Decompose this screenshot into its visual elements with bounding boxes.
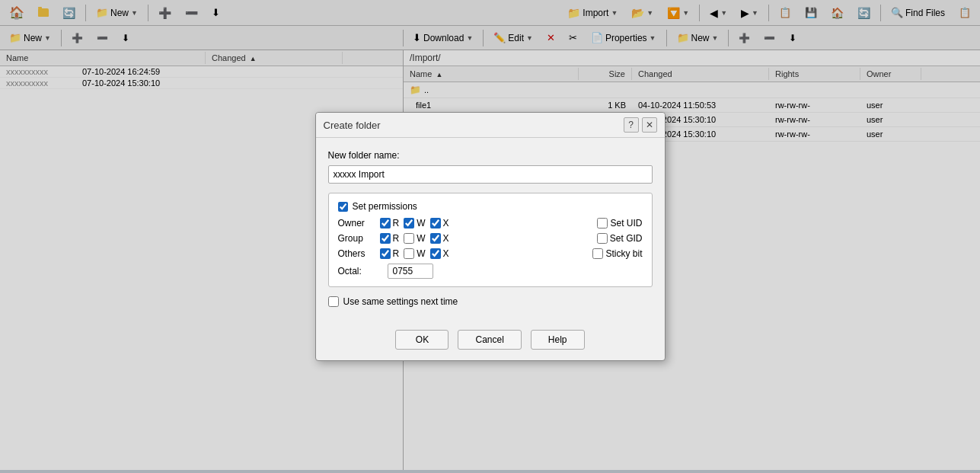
attributes-group: Set permissions Owner R W X (328, 193, 653, 287)
owner-w-checkbox[interactable] (404, 218, 414, 229)
group-w-item: W (404, 233, 425, 244)
dialog-title-buttons: ? ✕ (624, 117, 657, 133)
group-checks: R W X (380, 233, 597, 244)
others-side: Sticky bit (592, 248, 642, 259)
ok-button[interactable]: OK (395, 330, 449, 350)
octal-input[interactable] (388, 264, 433, 279)
sticky-bit-item: Sticky bit (592, 248, 642, 259)
others-label: Others (338, 248, 380, 259)
dialog-overlay: Create folder ? ✕ New folder name: Set p… (0, 0, 980, 473)
others-r-item: R (380, 248, 400, 259)
owner-x-checkbox[interactable] (430, 218, 441, 229)
owner-side: Set UID (597, 218, 642, 229)
group-r-item: R (380, 233, 400, 244)
group-r-checkbox[interactable] (380, 233, 391, 244)
others-row: Others R W X (338, 248, 643, 259)
others-x-checkbox[interactable] (430, 248, 441, 259)
owner-row: Owner R W X (338, 218, 643, 229)
dialog-help-icon-btn[interactable]: ? (624, 117, 639, 133)
owner-r-item: R (380, 218, 400, 229)
owner-x-item: X (430, 218, 449, 229)
dialog-title: Create folder (324, 120, 381, 131)
set-gid-label: Set GID (610, 233, 643, 244)
owner-label: Owner (338, 218, 380, 229)
create-folder-dialog: Create folder ? ✕ New folder name: Set p… (315, 112, 666, 361)
sticky-bit-checkbox[interactable] (592, 248, 603, 259)
set-permissions-label: Set permissions (353, 201, 417, 212)
group-label: Group (338, 233, 380, 244)
dialog-close-btn[interactable]: ✕ (642, 117, 657, 133)
cancel-button[interactable]: Cancel (458, 330, 521, 350)
owner-checks: R W X (380, 218, 598, 229)
group-x-checkbox[interactable] (430, 233, 441, 244)
same-settings-label: Use same settings next time (343, 296, 458, 307)
others-checks: R W X (380, 248, 593, 259)
set-gid-checkbox[interactable] (597, 233, 608, 244)
others-r-checkbox[interactable] (380, 248, 391, 259)
dialog-titlebar: Create folder ? ✕ (316, 113, 665, 138)
octal-label: Octal: (338, 266, 380, 276)
group-x-item: X (430, 233, 449, 244)
owner-r-checkbox[interactable] (380, 218, 391, 229)
set-uid-item: Set UID (597, 218, 642, 229)
set-gid-item: Set GID (597, 233, 643, 244)
help-label: Help (548, 334, 567, 345)
owner-w-item: W (404, 218, 425, 229)
group-w-checkbox[interactable] (404, 233, 414, 244)
others-w-checkbox[interactable] (404, 248, 414, 259)
others-w-item: W (404, 248, 425, 259)
group-side: Set GID (597, 233, 643, 244)
dialog-body: New folder name: Set permissions Owner R (316, 138, 665, 322)
set-uid-checkbox[interactable] (597, 218, 608, 229)
same-settings-row: Use same settings next time (328, 296, 653, 307)
dialog-footer: OK Cancel Help (316, 322, 665, 360)
cancel-label: Cancel (475, 334, 503, 345)
ok-label: OK (416, 334, 429, 345)
set-permissions-checkbox[interactable] (338, 202, 348, 212)
set-uid-label: Set UID (610, 218, 642, 229)
octal-row: Octal: (338, 264, 643, 279)
sticky-bit-label: Sticky bit (605, 248, 642, 259)
help-button[interactable]: Help (531, 330, 585, 350)
same-settings-checkbox[interactable] (328, 296, 339, 307)
others-x-item: X (430, 248, 449, 259)
group-row: Group R W X (338, 233, 643, 244)
folder-name-input[interactable] (328, 165, 653, 184)
folder-name-label: New folder name: (328, 150, 653, 161)
